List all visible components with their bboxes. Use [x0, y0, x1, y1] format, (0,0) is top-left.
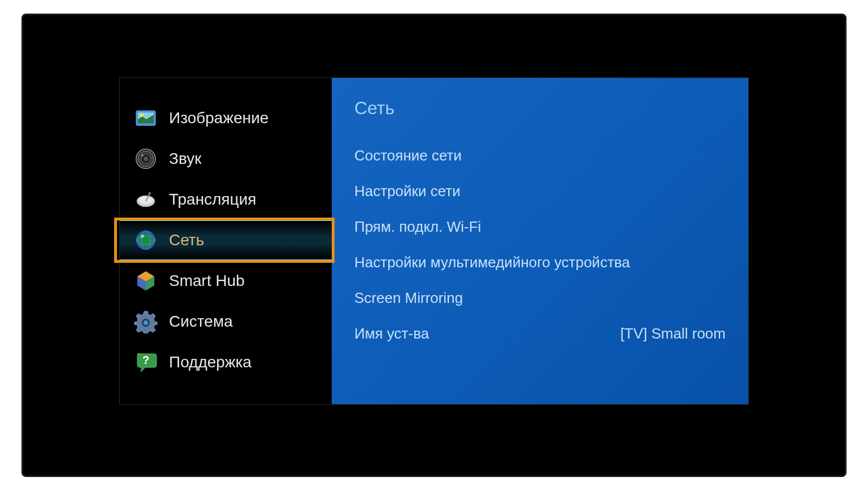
sidebar-item-label: Сеть [169, 231, 204, 249]
panel-item-multimedia-device[interactable]: Настройки мультимедийного устройства [354, 254, 726, 271]
sidebar-item-label: Поддержка [169, 353, 251, 371]
tv-screen: Изображение Звук [46, 38, 822, 453]
broadcast-icon [134, 188, 158, 211]
picture-icon [134, 106, 158, 130]
panel-item-label: Имя уст-ва [354, 325, 429, 342]
panel-item-network-settings[interactable]: Настройки сети [354, 183, 726, 200]
svg-point-2 [140, 114, 144, 117]
panel-item-label: Прям. подкл. Wi-Fi [354, 218, 481, 236]
sidebar-item-picture[interactable]: Изображение [120, 98, 332, 138]
panel-item-network-status[interactable]: Состояние сети [354, 147, 726, 164]
svg-point-6 [144, 157, 148, 161]
settings-sidebar: Изображение Звук [120, 78, 332, 404]
svg-point-15 [141, 235, 144, 238]
tv-frame: Изображение Звук [21, 14, 847, 477]
system-icon [134, 310, 158, 333]
sidebar-item-label: Звук [169, 150, 201, 168]
sound-icon [134, 147, 158, 171]
panel-item-screen-mirroring[interactable]: Screen Mirroring [354, 289, 726, 307]
sidebar-item-support[interactable]: ? Поддержка [120, 342, 332, 383]
settings-menu: Изображение Звук [119, 77, 749, 405]
panel-item-wifi-direct[interactable]: Прям. подкл. Wi-Fi [354, 218, 726, 236]
sidebar-item-label: Система [169, 313, 233, 331]
panel-title: Сеть [354, 98, 726, 119]
sidebar-item-label: Изображение [169, 109, 268, 127]
panel-item-value: [TV] Small room [620, 325, 726, 342]
sidebar-item-system[interactable]: Система [120, 301, 332, 342]
svg-text:?: ? [142, 354, 149, 366]
sidebar-item-broadcast[interactable]: Трансляция [120, 179, 332, 220]
sidebar-item-smarthub[interactable]: Smart Hub [120, 261, 332, 301]
sidebar-item-network[interactable]: Сеть [120, 220, 332, 261]
svg-point-17 [144, 320, 148, 325]
svg-point-7 [141, 154, 144, 157]
panel-item-device-name[interactable]: Имя уст-ва [TV] Small room [354, 325, 726, 342]
smarthub-icon [134, 269, 158, 293]
panel-item-label: Настройки мультимедийного устройства [354, 254, 630, 271]
sidebar-item-sound[interactable]: Звук [120, 138, 332, 179]
sidebar-item-label: Трансляция [169, 190, 256, 209]
network-icon [134, 228, 158, 252]
panel-item-label: Настройки сети [354, 183, 461, 200]
support-icon: ? [134, 350, 158, 374]
sidebar-item-label: Smart Hub [169, 272, 245, 290]
panel-item-label: Состояние сети [354, 147, 462, 164]
svg-point-11 [149, 192, 151, 194]
panel-item-label: Screen Mirroring [354, 289, 463, 307]
network-panel: Сеть Состояние сети Настройки сети Прям.… [332, 78, 748, 404]
